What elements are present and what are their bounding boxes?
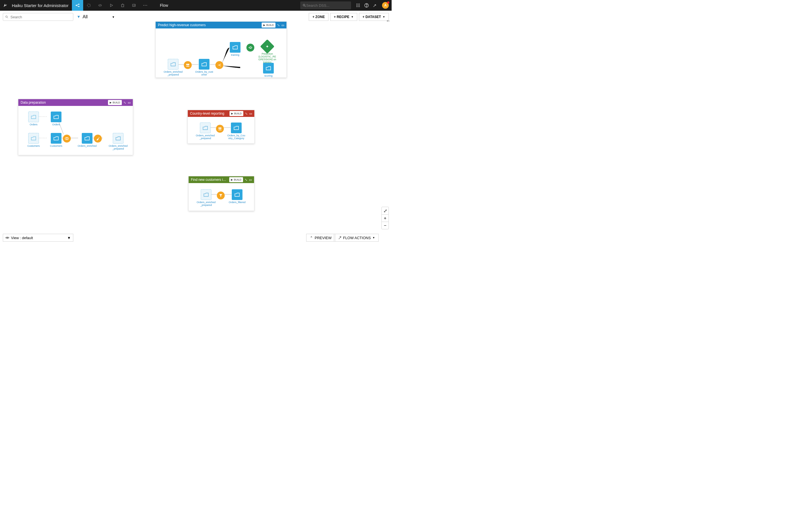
recipe-prepare-node[interactable] — [92, 133, 103, 143]
svg-point-15 — [356, 6, 357, 7]
nav-circle-icon[interactable] — [83, 0, 94, 11]
fullscreen-button[interactable]: ⤢ — [382, 207, 389, 214]
svg-point-11 — [359, 4, 360, 4]
flow-search[interactable] — [3, 13, 73, 21]
svg-point-3 — [87, 4, 91, 7]
add-recipe-button[interactable]: + RECIPE▼ — [330, 13, 357, 21]
nav-play-icon[interactable] — [106, 0, 117, 11]
chevron-down-icon: ▼ — [112, 15, 115, 18]
recipe-split-node[interactable] — [214, 60, 225, 69]
nav-code-icon[interactable] — [94, 0, 106, 11]
global-search[interactable] — [300, 1, 351, 9]
zone-compress-icon[interactable]: ⤡ — [277, 23, 280, 27]
apps-grid-icon[interactable] — [354, 0, 362, 11]
zone-build-button[interactable]: ▶ BUILD — [229, 177, 243, 182]
svg-point-42 — [186, 64, 188, 65]
zone-expand-icon[interactable]: ▭ — [249, 112, 252, 115]
zoom-in-button[interactable]: + — [382, 214, 389, 222]
recipe-train-node[interactable] — [245, 43, 256, 52]
zoom-out-button[interactable]: − — [382, 222, 389, 229]
zone-expand-icon[interactable]: ▭ — [249, 178, 252, 182]
zone-title[interactable]: Find new customers in the la… — [191, 178, 227, 182]
zone-expand-icon[interactable]: ▭ — [282, 23, 284, 27]
zone-compress-icon[interactable]: ⤡ — [245, 178, 247, 182]
svg-point-19 — [366, 6, 367, 7]
recipe-filter-node[interactable] — [215, 190, 226, 200]
svg-point-13 — [358, 5, 359, 6]
add-dataset-button[interactable]: + DATASET▼ — [359, 13, 389, 21]
help-icon[interactable] — [362, 0, 371, 11]
user-avatar[interactable]: A — [382, 2, 389, 9]
dataset-node[interactable]: Orders_enriched_prepared — [197, 189, 216, 207]
app-logo[interactable] — [0, 0, 11, 11]
recipe-group-node[interactable] — [182, 60, 193, 69]
zone-compress-icon[interactable]: ⤡ — [245, 112, 248, 115]
svg-point-7 — [146, 5, 147, 6]
nav-flow-icon[interactable] — [72, 0, 83, 11]
notification-dot — [387, 1, 389, 4]
zone-title[interactable]: Country-level reporting — [190, 112, 228, 115]
dataset-node[interactable]: Orders_by_customer — [195, 59, 214, 76]
nav-dashboard-icon[interactable] — [128, 0, 140, 11]
nav-more-icon[interactable] — [140, 0, 151, 11]
svg-point-12 — [356, 5, 357, 6]
svg-point-14 — [359, 5, 360, 6]
zone-title[interactable]: Data preparation — [20, 101, 106, 105]
nav-archive-icon[interactable] — [117, 0, 128, 11]
svg-point-8 — [303, 4, 305, 6]
zone-expand-icon[interactable]: ▭ — [128, 101, 131, 105]
dataset-node[interactable]: Orders — [47, 112, 66, 126]
recipe-join-node[interactable] — [61, 133, 72, 143]
flow-actions-button[interactable]: FLOW ACTIONS▼ — [334, 234, 378, 242]
dataset-node[interactable]: Customers — [24, 133, 43, 148]
dataset-node[interactable]: scoring — [259, 63, 278, 77]
add-zone-button[interactable]: + ZONE — [309, 13, 328, 21]
svg-point-49 — [220, 127, 221, 129]
flow-search-input[interactable] — [10, 15, 73, 19]
preview-button[interactable]: ⌃PREVIEW — [306, 234, 335, 242]
recipe-group-node[interactable] — [214, 124, 225, 133]
deploy-icon[interactable] — [371, 0, 379, 11]
filter-label: All — [83, 14, 88, 19]
svg-point-45 — [251, 48, 251, 49]
svg-point-5 — [143, 5, 144, 6]
svg-point-17 — [359, 6, 360, 7]
svg-point-10 — [358, 4, 359, 4]
zone-build-button[interactable]: ▶ BUILD — [108, 100, 122, 105]
svg-point-20 — [6, 16, 7, 17]
dataset-node[interactable]: Orders_enriched_prepared — [163, 59, 183, 76]
svg-point-43 — [188, 64, 189, 65]
zone-compress-icon[interactable]: ⤡ — [123, 101, 126, 105]
svg-point-44 — [251, 47, 251, 47]
svg-point-48 — [218, 127, 220, 129]
zone-build-button[interactable]: ▶ BUILD — [230, 111, 243, 116]
svg-point-16 — [358, 6, 359, 7]
search-icon — [3, 15, 10, 18]
dataset-node[interactable]: Orders — [24, 112, 43, 126]
dataset-node[interactable]: Orders_enriched_prepared — [109, 133, 128, 151]
dataset-node[interactable]: Orders_filtered — [227, 189, 247, 204]
svg-point-6 — [145, 5, 146, 6]
dataset-node[interactable]: Orders_enriched_prepared — [196, 122, 215, 140]
svg-point-9 — [356, 4, 357, 4]
svg-point-52 — [7, 237, 8, 238]
project-title[interactable]: Haiku Starter for Administrator — [11, 3, 72, 8]
avatar-letter: A — [384, 3, 387, 7]
filter-icon — [77, 15, 80, 18]
dataset-node[interactable]: Orders_by_Country_Category — [227, 122, 246, 140]
model-node[interactable]: ✦ Prediction (LOGISTIC_REGRESSION) on tr… — [258, 41, 277, 64]
view-select[interactable]: View : default ▼ — [3, 234, 73, 242]
zone-title[interactable]: Predict high-revenue customers — [158, 23, 260, 27]
tab-flow[interactable]: Flow — [155, 0, 173, 11]
dataset-node[interactable]: training — [225, 42, 245, 57]
global-search-input[interactable] — [306, 3, 349, 8]
filter-select[interactable]: All ▼ — [75, 13, 117, 21]
zone-build-button[interactable]: ▶ BUILD — [262, 22, 275, 27]
